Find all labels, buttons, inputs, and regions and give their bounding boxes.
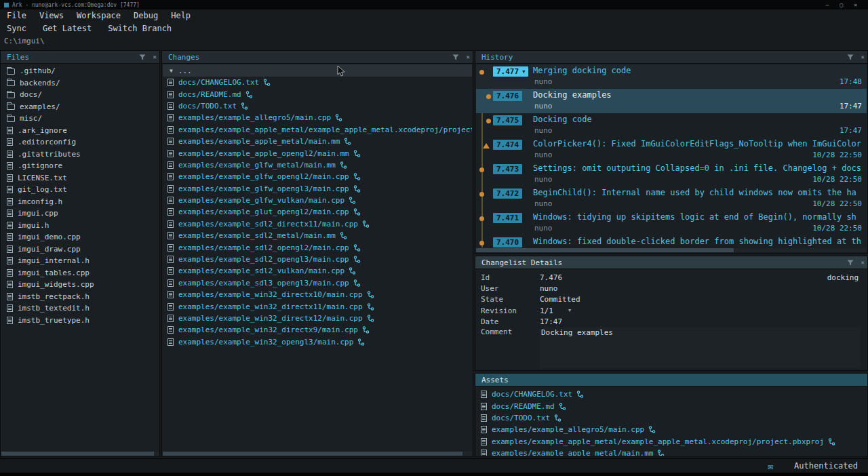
changed-file-row[interactable]: examples/example_allegro5/main.cpp	[164, 112, 472, 123]
asset-file-row[interactable]: examples/example_allegro5/main.cpp	[477, 424, 867, 435]
revision-dropdown-icon[interactable]: ▼	[568, 308, 571, 313]
file-tree-item[interactable]: imgui_widgets.cpp	[3, 279, 157, 291]
changed-file-row[interactable]: examples/example_win32_directx9/main.cpp	[164, 324, 472, 336]
revision-badge[interactable]: 7.477 ▼	[493, 66, 528, 77]
asset-file-row[interactable]: docs/TODO.txt	[477, 412, 867, 424]
file-tree-item[interactable]: misc/	[3, 113, 157, 125]
history-commit-row[interactable]: 7.476 ▼ Docking examples nuno 17:47	[476, 89, 867, 113]
minimize-button[interactable]: ─	[826, 2, 829, 8]
envelope-icon[interactable]: ✉	[768, 461, 773, 471]
revision-badge[interactable]: 7.473 ▼	[493, 164, 522, 174]
close-panel-icon[interactable]: ✕	[861, 54, 865, 60]
file-icon	[481, 403, 487, 410]
modified-status-icon	[828, 438, 835, 445]
menu-item[interactable]: Workspace	[77, 11, 121, 20]
filter-icon[interactable]	[847, 260, 854, 266]
changed-file-row[interactable]: examples/example_sdl2_opengl3/main.cpp	[164, 254, 472, 265]
changed-file-row[interactable]: docs/TODO.txt	[164, 100, 472, 112]
file-tree-item[interactable]: imconfig.h	[3, 196, 157, 208]
changed-file-row[interactable]: examples/example_sdl2_directx11/main.cpp	[164, 218, 472, 230]
history-commit-row[interactable]: 7.473 ▼ Settings: omit outputing Collaps…	[476, 162, 867, 186]
changed-file-row[interactable]: examples/example_sdl2_opengl2/main.cpp	[164, 241, 472, 253]
file-tree-item[interactable]: docs/	[3, 89, 157, 101]
filter-icon[interactable]	[452, 54, 459, 60]
changed-file-row[interactable]: examples/example_apple_metal/main.mm	[164, 136, 472, 147]
changes-root-node[interactable]: ▼ ...	[163, 64, 472, 77]
history-commit-row[interactable]: 7.477 ▼ Merging docking code nuno 17:48	[476, 64, 867, 89]
changed-file-row[interactable]: examples/example_glfw_vulkan/main.cpp	[164, 195, 472, 206]
file-tree-item[interactable]: imstb_textedit.h	[3, 302, 157, 315]
changed-file-row[interactable]: examples/example_win32_opengl3/main.cpp	[164, 336, 472, 348]
history-commit-row[interactable]: 7.475 ▼ Docking code nuno 17:47	[476, 113, 867, 138]
changed-file-row[interactable]: examples/example_win32_directx10/main.cp…	[164, 289, 472, 300]
changed-file-row[interactable]: examples/example_sdl2_vulkan/main.cpp	[164, 265, 472, 277]
toolbar-button[interactable]: Switch Branch	[108, 24, 172, 33]
asset-file-row[interactable]: docs/README.md	[477, 400, 867, 412]
date-value: 17:47	[540, 317, 562, 326]
changed-file-row[interactable]: examples/example_apple_opengl2/main.mm	[164, 147, 472, 159]
file-tree-item[interactable]: LICENSE.txt	[3, 172, 157, 184]
revision-badge[interactable]: 7.475 ▼	[493, 115, 522, 125]
history-horizontal-scrollbar[interactable]	[476, 248, 867, 252]
history-commit-row[interactable]: 7.472 ▼ BeginChild(): Internal name used…	[476, 186, 867, 211]
close-panel-icon[interactable]: ✕	[153, 54, 157, 60]
file-tree-item[interactable]: .github/	[3, 65, 157, 77]
field-revision: Revision 1/1 ▼	[475, 305, 867, 316]
file-tree-item[interactable]: imstb_truetype.h	[3, 315, 157, 327]
comment-textarea[interactable]: Docking examples	[540, 328, 861, 368]
file-tree-item[interactable]: .gitattributes	[3, 148, 157, 161]
asset-file-row[interactable]: examples/example_apple_metal/example_app…	[477, 436, 867, 448]
changed-file-row[interactable]: examples/example_win32_directx12/main.cp…	[164, 313, 472, 324]
history-commit-row[interactable]: 7.470 ▼ Windows: fixed double-clicked bo…	[476, 235, 867, 247]
revision-badge[interactable]: 7.474 ▼	[493, 140, 522, 150]
file-tree-item[interactable]: git_log.txt	[3, 184, 157, 196]
changes-horizontal-scrollbar[interactable]	[163, 452, 472, 456]
file-tree-item[interactable]: .gitignore	[3, 160, 157, 172]
filter-icon[interactable]	[847, 54, 854, 60]
file-tree-item[interactable]: .ark_ignore	[3, 125, 157, 137]
asset-file-row[interactable]: examples/example_apple_metal/main.mm	[477, 448, 867, 456]
maximize-button[interactable]: ▢	[840, 2, 843, 8]
revision-badge[interactable]: 7.470 ▼	[493, 237, 522, 247]
changed-file-row[interactable]: examples/example_glfw_opengl3/main.cpp	[164, 183, 472, 195]
changed-file-row[interactable]: docs/CHANGELOG.txt	[164, 77, 472, 88]
changed-file-row[interactable]: examples/example_win32_directx11/main.cp…	[164, 300, 472, 312]
changed-file-row[interactable]: examples/example_glfw_opengl2/main.cpp	[164, 171, 472, 182]
close-panel-icon[interactable]: ✕	[467, 54, 470, 60]
file-tree-item[interactable]: imgui_internal.h	[3, 255, 157, 267]
file-tree-item[interactable]: backends/	[3, 77, 157, 90]
asset-file-row[interactable]: docs/CHANGELOG.txt	[477, 389, 867, 400]
toolbar-button[interactable]: Get Latest	[43, 24, 92, 33]
file-icon	[167, 256, 174, 263]
file-tree-item[interactable]: examples/	[3, 101, 157, 113]
history-commit-row[interactable]: 7.471 ▼ Windows: tidying up skipitems lo…	[476, 211, 867, 235]
files-horizontal-scrollbar[interactable]	[1, 452, 159, 456]
menu-item[interactable]: Debug	[134, 11, 158, 20]
file-tree-item[interactable]: imgui.cpp	[3, 207, 157, 220]
close-panel-icon[interactable]: ✕	[861, 260, 865, 266]
changed-file-row[interactable]: examples/example_sdl2_metal/main.mm	[164, 230, 472, 241]
collapse-arrow-icon[interactable]: ▼	[170, 68, 173, 74]
history-commit-row[interactable]: 7.474 ▼ ColorPicker4(): Fixed ImGuiColor…	[476, 138, 867, 162]
toolbar-button[interactable]: Sync	[7, 24, 26, 33]
revision-badge[interactable]: 7.471 ▼	[493, 213, 522, 223]
close-button[interactable]: ✕	[854, 2, 857, 8]
menu-item[interactable]: Views	[39, 11, 64, 20]
changed-file-row[interactable]: docs/README.md	[164, 88, 472, 100]
file-tree-item[interactable]: imgui_draw.cpp	[3, 243, 157, 256]
filter-icon[interactable]	[139, 54, 146, 60]
changed-file-row[interactable]: examples/example_glut_opengl2/main.cpp	[164, 206, 472, 218]
menu-item[interactable]: File	[7, 11, 26, 20]
file-tree-item[interactable]: imgui_demo.cpp	[3, 231, 157, 243]
assets-panel-header[interactable]: Assets	[475, 374, 867, 386]
changed-file-row[interactable]: examples/example_apple_metal/example_app…	[164, 124, 472, 136]
changed-file-row[interactable]: examples/example_sdl3_opengl3/main.cpp	[164, 277, 472, 289]
changed-file-row[interactable]: examples/example_glfw_metal/main.mm	[164, 159, 472, 171]
file-tree-item[interactable]: imgui_tables.cpp	[3, 267, 157, 279]
menu-item[interactable]: Help	[171, 11, 191, 20]
file-tree-item[interactable]: .editorconfig	[3, 136, 157, 148]
file-tree-item[interactable]: imstb_rectpack.h	[3, 291, 157, 303]
revision-badge[interactable]: 7.476 ▼	[493, 91, 522, 101]
file-tree-item[interactable]: imgui.h	[3, 220, 157, 232]
revision-badge[interactable]: 7.472 ▼	[493, 189, 522, 199]
